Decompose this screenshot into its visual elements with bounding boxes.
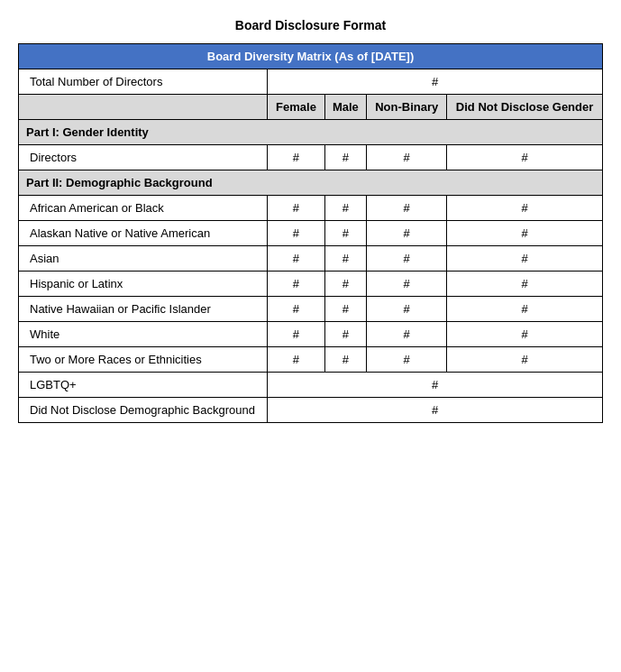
demo-native-hawaiian-male: # bbox=[324, 297, 367, 322]
col-header-male: Male bbox=[324, 95, 367, 120]
did-not-disclose-demo-label: Did Not Disclose Demographic Background bbox=[19, 398, 268, 423]
directors-label: Directors bbox=[19, 145, 268, 170]
table-row: Two or More Races or Ethnicities # # # # bbox=[19, 347, 603, 373]
demo-native-hawaiian-did-not-disclose: # bbox=[447, 297, 603, 322]
demo-white-non-binary: # bbox=[367, 322, 447, 347]
lgbtq-value: # bbox=[268, 373, 603, 398]
demo-hispanic-did-not-disclose: # bbox=[447, 272, 603, 297]
page-title: Board Disclosure Format bbox=[18, 18, 603, 32]
demo-label-two-or-more: Two or More Races or Ethnicities bbox=[19, 347, 268, 373]
demo-african-american-male: # bbox=[324, 196, 367, 221]
demo-two-or-more-female: # bbox=[268, 347, 324, 373]
demo-label-asian: Asian bbox=[19, 246, 268, 272]
part2-header-row: Part II: Demographic Background bbox=[19, 170, 603, 196]
demo-label-hispanic: Hispanic or Latinx bbox=[19, 272, 268, 297]
table-row: Asian # # # # bbox=[19, 246, 603, 272]
matrix-header-row: Board Diversity Matrix (As of [DATE]) bbox=[19, 44, 603, 69]
col-header-empty bbox=[19, 95, 268, 120]
demo-label-african-american: African American or Black bbox=[19, 196, 268, 221]
did-not-disclose-demo-value: # bbox=[268, 398, 603, 423]
demo-native-hawaiian-non-binary: # bbox=[367, 297, 447, 322]
demo-asian-female: # bbox=[268, 246, 324, 272]
directors-row: Directors # # # # bbox=[19, 145, 603, 170]
part2-header-cell: Part II: Demographic Background bbox=[19, 170, 603, 196]
demo-african-american-did-not-disclose: # bbox=[447, 196, 603, 221]
demo-alaskan-native-did-not-disclose: # bbox=[447, 221, 603, 246]
demo-native-hawaiian-female: # bbox=[268, 297, 324, 322]
directors-female: # bbox=[268, 145, 324, 170]
demo-asian-male: # bbox=[324, 246, 367, 272]
part1-header-cell: Part I: Gender Identity bbox=[19, 120, 603, 145]
demo-alaskan-native-non-binary: # bbox=[367, 221, 447, 246]
demo-label-native-hawaiian: Native Hawaiian or Pacific Islander bbox=[19, 297, 268, 322]
demo-white-male: # bbox=[324, 322, 367, 347]
demo-alaskan-native-male: # bbox=[324, 221, 367, 246]
demo-hispanic-non-binary: # bbox=[367, 272, 447, 297]
demo-hispanic-female: # bbox=[268, 272, 324, 297]
demo-asian-non-binary: # bbox=[367, 246, 447, 272]
lgbtq-row: LGBTQ+ # bbox=[19, 373, 603, 398]
demo-asian-did-not-disclose: # bbox=[447, 246, 603, 272]
demo-african-american-female: # bbox=[268, 196, 324, 221]
demo-two-or-more-non-binary: # bbox=[367, 347, 447, 373]
table-row: White # # # # bbox=[19, 322, 603, 347]
demo-white-did-not-disclose: # bbox=[447, 322, 603, 347]
part1-header-row: Part I: Gender Identity bbox=[19, 120, 603, 145]
demo-label-white: White bbox=[19, 322, 268, 347]
directors-male: # bbox=[324, 145, 367, 170]
total-directors-row: Total Number of Directors # bbox=[19, 69, 603, 95]
matrix-header-cell: Board Diversity Matrix (As of [DATE]) bbox=[19, 44, 603, 69]
col-header-row: Female Male Non-Binary Did Not Disclose … bbox=[19, 95, 603, 120]
matrix-table: Board Diversity Matrix (As of [DATE]) To… bbox=[18, 43, 603, 423]
directors-did-not-disclose: # bbox=[447, 145, 603, 170]
table-row: Hispanic or Latinx # # # # bbox=[19, 272, 603, 297]
lgbtq-label: LGBTQ+ bbox=[19, 373, 268, 398]
demo-label-alaskan-native: Alaskan Native or Native American bbox=[19, 221, 268, 246]
table-row: Alaskan Native or Native American # # # … bbox=[19, 221, 603, 246]
col-header-did-not-disclose: Did Not Disclose Gender bbox=[447, 95, 603, 120]
demo-two-or-more-male: # bbox=[324, 347, 367, 373]
col-header-female: Female bbox=[268, 95, 324, 120]
did-not-disclose-demo-row: Did Not Disclose Demographic Background … bbox=[19, 398, 603, 423]
demo-alaskan-native-female: # bbox=[268, 221, 324, 246]
demo-two-or-more-did-not-disclose: # bbox=[447, 347, 603, 373]
total-directors-label: Total Number of Directors bbox=[19, 69, 268, 95]
table-row: African American or Black # # # # bbox=[19, 196, 603, 221]
demo-hispanic-male: # bbox=[324, 272, 367, 297]
directors-non-binary: # bbox=[367, 145, 447, 170]
table-row: Native Hawaiian or Pacific Islander # # … bbox=[19, 297, 603, 322]
demo-white-female: # bbox=[268, 322, 324, 347]
total-directors-value: # bbox=[268, 69, 603, 95]
demo-african-american-non-binary: # bbox=[367, 196, 447, 221]
col-header-non-binary: Non-Binary bbox=[367, 95, 447, 120]
